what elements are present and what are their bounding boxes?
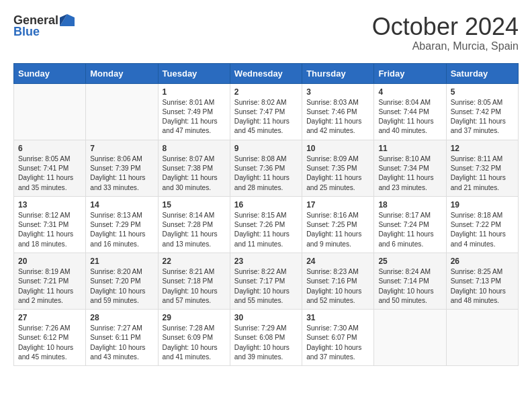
day-number: 1	[163, 87, 226, 97]
cell-info: Sunrise: 8:07 AM Sunset: 7:38 PM Dayligh…	[163, 154, 226, 193]
calendar-cell: 18Sunrise: 8:17 AM Sunset: 7:24 PM Dayli…	[374, 196, 446, 253]
calendar-week-3: 13Sunrise: 8:12 AM Sunset: 7:31 PM Dayli…	[14, 196, 519, 253]
day-number: 17	[306, 200, 369, 210]
day-number: 12	[451, 144, 514, 153]
cell-info: Sunrise: 8:17 AM Sunset: 7:24 PM Dayligh…	[378, 211, 441, 249]
day-number: 9	[234, 144, 298, 153]
calendar-cell: 9Sunrise: 8:08 AM Sunset: 7:36 PM Daylig…	[230, 140, 302, 196]
cell-info: Sunrise: 8:05 AM Sunset: 7:42 PM Dayligh…	[451, 98, 514, 136]
cell-info: Sunrise: 8:04 AM Sunset: 7:44 PM Dayligh…	[378, 98, 441, 136]
day-number: 28	[90, 313, 153, 322]
month-year-title: October 2024	[372, 13, 519, 40]
day-number: 7	[90, 144, 153, 153]
calendar-cell: 30Sunrise: 7:29 AM Sunset: 6:08 PM Dayli…	[230, 310, 302, 366]
weekday-header-sunday: Sunday	[14, 63, 86, 83]
calendar-cell: 12Sunrise: 8:11 AM Sunset: 7:32 PM Dayli…	[446, 140, 518, 196]
weekday-header-monday: Monday	[86, 63, 158, 83]
cell-info: Sunrise: 8:01 AM Sunset: 7:49 PM Dayligh…	[163, 98, 226, 136]
day-number: 13	[18, 200, 81, 210]
calendar-week-4: 20Sunrise: 8:19 AM Sunset: 7:21 PM Dayli…	[14, 253, 519, 309]
day-number: 23	[234, 257, 298, 266]
day-number: 24	[306, 257, 369, 266]
cell-info: Sunrise: 8:24 AM Sunset: 7:14 PM Dayligh…	[378, 267, 441, 306]
weekday-header-friday: Friday	[374, 63, 446, 83]
weekday-header-row: SundayMondayTuesdayWednesdayThursdayFrid…	[14, 63, 519, 83]
cell-info: Sunrise: 8:19 AM Sunset: 7:21 PM Dayligh…	[18, 267, 81, 306]
day-number: 19	[451, 200, 514, 210]
calendar-cell: 13Sunrise: 8:12 AM Sunset: 7:31 PM Dayli…	[14, 196, 86, 253]
calendar-week-1: 1Sunrise: 8:01 AM Sunset: 7:49 PM Daylig…	[14, 83, 519, 140]
calendar-cell: 29Sunrise: 7:28 AM Sunset: 6:09 PM Dayli…	[158, 310, 230, 366]
cell-info: Sunrise: 7:29 AM Sunset: 6:08 PM Dayligh…	[234, 324, 298, 362]
calendar-cell: 17Sunrise: 8:16 AM Sunset: 7:25 PM Dayli…	[302, 196, 374, 253]
calendar-cell: 2Sunrise: 8:02 AM Sunset: 7:47 PM Daylig…	[230, 83, 302, 140]
day-number: 27	[18, 313, 81, 322]
cell-info: Sunrise: 7:26 AM Sunset: 6:12 PM Dayligh…	[18, 324, 81, 362]
calendar-cell: 10Sunrise: 8:09 AM Sunset: 7:35 PM Dayli…	[302, 140, 374, 196]
cell-info: Sunrise: 8:02 AM Sunset: 7:47 PM Dayligh…	[234, 98, 298, 136]
calendar-cell	[86, 83, 158, 140]
day-number: 15	[163, 200, 226, 210]
calendar-cell: 21Sunrise: 8:20 AM Sunset: 7:20 PM Dayli…	[86, 253, 158, 309]
calendar-cell: 27Sunrise: 7:26 AM Sunset: 6:12 PM Dayli…	[14, 310, 86, 366]
cell-info: Sunrise: 8:20 AM Sunset: 7:20 PM Dayligh…	[90, 267, 153, 306]
day-number: 16	[234, 200, 298, 210]
calendar-cell: 31Sunrise: 7:30 AM Sunset: 6:07 PM Dayli…	[302, 310, 374, 366]
logo-icon	[60, 14, 75, 26]
cell-info: Sunrise: 8:18 AM Sunset: 7:22 PM Dayligh…	[451, 211, 514, 249]
day-number: 18	[378, 200, 441, 210]
day-number: 20	[18, 257, 81, 266]
day-number: 5	[451, 87, 514, 97]
day-number: 25	[378, 257, 441, 266]
cell-info: Sunrise: 7:27 AM Sunset: 6:11 PM Dayligh…	[90, 324, 153, 362]
logo: General Blue	[13, 13, 75, 39]
day-number: 3	[306, 87, 369, 97]
calendar-cell: 4Sunrise: 8:04 AM Sunset: 7:44 PM Daylig…	[374, 83, 446, 140]
weekday-header-tuesday: Tuesday	[158, 63, 230, 83]
calendar-cell: 7Sunrise: 8:06 AM Sunset: 7:39 PM Daylig…	[86, 140, 158, 196]
cell-info: Sunrise: 8:10 AM Sunset: 7:34 PM Dayligh…	[378, 154, 441, 193]
cell-info: Sunrise: 8:22 AM Sunset: 7:17 PM Dayligh…	[234, 267, 298, 306]
calendar-cell	[374, 310, 446, 366]
calendar-cell	[446, 310, 518, 366]
cell-info: Sunrise: 8:05 AM Sunset: 7:41 PM Dayligh…	[18, 154, 81, 193]
cell-info: Sunrise: 8:03 AM Sunset: 7:46 PM Dayligh…	[306, 98, 369, 136]
calendar-cell: 28Sunrise: 7:27 AM Sunset: 6:11 PM Dayli…	[86, 310, 158, 366]
calendar-cell: 1Sunrise: 8:01 AM Sunset: 7:49 PM Daylig…	[158, 83, 230, 140]
day-number: 30	[234, 313, 298, 322]
calendar-cell: 16Sunrise: 8:15 AM Sunset: 7:26 PM Dayli…	[230, 196, 302, 253]
cell-info: Sunrise: 8:11 AM Sunset: 7:32 PM Dayligh…	[451, 154, 514, 193]
day-number: 6	[18, 144, 81, 153]
calendar-table: SundayMondayTuesdayWednesdayThursdayFrid…	[13, 63, 519, 367]
day-number: 11	[378, 144, 441, 153]
calendar-cell: 23Sunrise: 8:22 AM Sunset: 7:17 PM Dayli…	[230, 253, 302, 309]
cell-info: Sunrise: 8:21 AM Sunset: 7:18 PM Dayligh…	[163, 267, 226, 306]
cell-info: Sunrise: 7:30 AM Sunset: 6:07 PM Dayligh…	[306, 324, 369, 362]
calendar-cell: 20Sunrise: 8:19 AM Sunset: 7:21 PM Dayli…	[14, 253, 86, 309]
day-number: 2	[234, 87, 298, 97]
calendar-cell: 24Sunrise: 8:23 AM Sunset: 7:16 PM Dayli…	[302, 253, 374, 309]
day-number: 29	[163, 313, 226, 322]
day-number: 4	[378, 87, 441, 97]
cell-info: Sunrise: 8:13 AM Sunset: 7:29 PM Dayligh…	[90, 211, 153, 249]
cell-info: Sunrise: 8:23 AM Sunset: 7:16 PM Dayligh…	[306, 267, 369, 306]
cell-info: Sunrise: 8:06 AM Sunset: 7:39 PM Dayligh…	[90, 154, 153, 193]
cell-info: Sunrise: 8:12 AM Sunset: 7:31 PM Dayligh…	[18, 211, 81, 249]
day-number: 31	[306, 313, 369, 322]
day-number: 14	[90, 200, 153, 210]
cell-info: Sunrise: 8:15 AM Sunset: 7:26 PM Dayligh…	[234, 211, 298, 249]
calendar-cell: 22Sunrise: 8:21 AM Sunset: 7:18 PM Dayli…	[158, 253, 230, 309]
day-number: 8	[163, 144, 226, 153]
cell-info: Sunrise: 7:28 AM Sunset: 6:09 PM Dayligh…	[163, 324, 226, 362]
calendar-cell: 11Sunrise: 8:10 AM Sunset: 7:34 PM Dayli…	[374, 140, 446, 196]
calendar-week-2: 6Sunrise: 8:05 AM Sunset: 7:41 PM Daylig…	[14, 140, 519, 196]
calendar-cell: 5Sunrise: 8:05 AM Sunset: 7:42 PM Daylig…	[446, 83, 518, 140]
weekday-header-thursday: Thursday	[302, 63, 374, 83]
calendar-week-5: 27Sunrise: 7:26 AM Sunset: 6:12 PM Dayli…	[14, 310, 519, 366]
cell-info: Sunrise: 8:08 AM Sunset: 7:36 PM Dayligh…	[234, 154, 298, 193]
cell-info: Sunrise: 8:16 AM Sunset: 7:25 PM Dayligh…	[306, 211, 369, 249]
page-header: General Blue October 2024 Abaran, Murcia…	[13, 13, 519, 52]
cell-info: Sunrise: 8:09 AM Sunset: 7:35 PM Dayligh…	[306, 154, 369, 193]
day-number: 10	[306, 144, 369, 153]
cell-info: Sunrise: 8:14 AM Sunset: 7:28 PM Dayligh…	[163, 211, 226, 249]
